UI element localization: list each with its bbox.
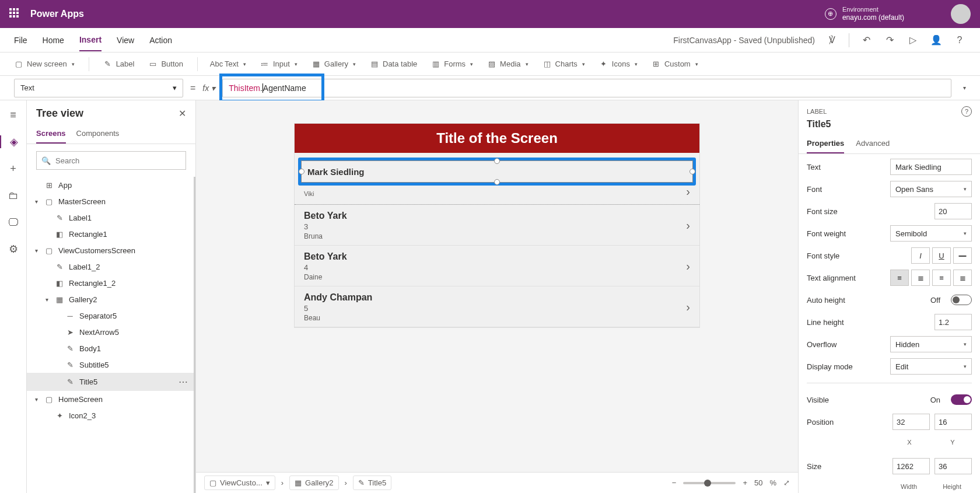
tab-advanced[interactable]: Advanced [856, 134, 890, 153]
italic-button[interactable]: I [911, 247, 930, 264]
ribbon-input[interactable]: ≔Input▾ [260, 60, 298, 68]
rail-menu-icon[interactable]: ≡ [7, 109, 20, 121]
canvas-stage[interactable]: Title of the Screen Mark Siedling [196, 100, 798, 472]
tree-item-rectangle1-2[interactable]: ◧Rectangle1_2 [27, 275, 194, 291]
autoheight-toggle[interactable] [951, 295, 972, 305]
gallery-row[interactable]: Beto Yark 3 Bruna › [295, 205, 699, 246]
tree-item-masterscreen[interactable]: ▾▢MasterScreen [27, 193, 194, 209]
rail-tools-icon[interactable]: ⚙ [7, 243, 20, 256]
ribbon-charts[interactable]: ◫Charts▾ [542, 60, 585, 68]
tree-item-gallery2[interactable]: ▾▦Gallery2 [27, 291, 194, 307]
chevron-right-icon[interactable]: › [686, 259, 690, 272]
user-avatar[interactable] [951, 4, 971, 24]
chevron-down-icon[interactable]: ▾ [33, 396, 40, 403]
fx-label[interactable]: fx▾ [202, 83, 215, 93]
chevron-right-icon[interactable]: › [686, 300, 690, 313]
zoom-slider[interactable] [683, 482, 736, 484]
rail-insert-icon[interactable]: + [7, 162, 20, 175]
ribbon-gallery[interactable]: ▦Gallery▾ [312, 60, 356, 68]
prop-fontweight-select[interactable]: Semibold▾ [890, 225, 972, 242]
selected-control-title5[interactable]: Mark Siedling [298, 158, 696, 186]
prop-size-width[interactable]: 1262 [892, 458, 930, 474]
ribbon-label[interactable]: ✎Label [103, 60, 135, 68]
environment-picker[interactable]: ⊕ Environment enayu.com (default) [825, 6, 904, 22]
chevron-down-icon[interactable]: ▾ [33, 198, 40, 205]
breadcrumb-screen[interactable]: ▢ViewCusto...▾ [204, 475, 275, 490]
rail-data-icon[interactable]: 🗀 [7, 189, 20, 202]
align-right-button[interactable]: ≡ [932, 270, 951, 286]
tree-item-nextarrow5[interactable]: ➤NextArrow5 [27, 324, 194, 340]
prop-position-x[interactable]: 32 [892, 414, 930, 430]
prop-text-input[interactable]: Mark Siedling [890, 159, 972, 175]
prop-font-select[interactable]: Open Sans▾ [890, 181, 972, 197]
tree-item-subtitle5[interactable]: ✎Subtitle5 [27, 356, 194, 373]
rail-tree-icon[interactable]: ◈ [0, 135, 26, 148]
menu-home[interactable]: Home [43, 30, 64, 51]
prop-fontsize-input[interactable]: 20 [935, 203, 972, 219]
ribbon-text[interactable]: AbcText▾ [212, 60, 246, 68]
menu-insert[interactable]: Insert [79, 29, 102, 51]
strikethrough-button[interactable]: — [953, 247, 972, 264]
formula-expand-icon[interactable]: ▾ [963, 85, 966, 91]
prop-position-y[interactable]: 16 [935, 414, 972, 430]
chevron-down-icon[interactable]: ▾ [33, 247, 40, 254]
chevron-right-icon[interactable]: › [686, 218, 690, 232]
resize-handle-left[interactable] [299, 169, 304, 174]
more-icon[interactable]: ⋯ [178, 376, 188, 387]
ribbon-icons[interactable]: ✦Icons▾ [599, 60, 638, 68]
ribbon-datatable[interactable]: ▤Data table [370, 60, 417, 68]
rail-media-icon[interactable]: 🖵 [7, 216, 20, 229]
play-icon[interactable]: ▷ [907, 34, 919, 47]
resize-handle-top[interactable] [494, 158, 500, 164]
align-left-button[interactable]: ≡ [890, 270, 909, 286]
prop-lineheight-input[interactable]: 1.2 [935, 314, 972, 330]
breadcrumb-control[interactable]: ✎Title5 [353, 475, 391, 490]
tree-item-body1[interactable]: ✎Body1 [27, 340, 194, 356]
tree-item-separator5[interactable]: ─Separator5 [27, 307, 194, 324]
visible-toggle[interactable] [951, 394, 972, 405]
tab-components[interactable]: Components [76, 124, 120, 144]
resize-handle-bottom[interactable] [494, 179, 500, 185]
prop-displaymode-select[interactable]: Edit▾ [890, 358, 972, 375]
zoom-out-icon[interactable]: − [672, 478, 677, 487]
prop-size-height[interactable]: 36 [935, 458, 972, 474]
prop-overflow-select[interactable]: Hidden▾ [890, 336, 972, 352]
tree-item-icon2-3[interactable]: ✦Icon2_3 [27, 407, 194, 424]
chevron-down-icon[interactable]: ▾ [43, 296, 50, 303]
tree-item-viewcustomersscreen[interactable]: ▾▢ViewCustomersScreen [27, 242, 194, 258]
ribbon-media[interactable]: ▨Media▾ [487, 60, 528, 68]
ribbon-button[interactable]: ▭Button [148, 60, 183, 68]
gallery-row[interactable]: Beto Yark 4 Daine › [295, 246, 699, 286]
close-icon[interactable]: ✕ [178, 108, 186, 119]
zoom-in-icon[interactable]: + [743, 478, 747, 487]
tree-item-rectangle1[interactable]: ◧Rectangle1 [27, 226, 194, 242]
undo-icon[interactable]: ↶ [860, 34, 873, 47]
ribbon-forms[interactable]: ▥Forms▾ [431, 60, 473, 68]
tree-search[interactable]: 🔍 [36, 151, 186, 170]
fit-screen-icon[interactable]: ⤢ [783, 478, 790, 487]
resize-handle-right[interactable] [690, 169, 695, 174]
ribbon-custom[interactable]: ⊞Custom▾ [652, 60, 698, 68]
gallery-template-row[interactable]: Mark Siedling Viki › [295, 158, 699, 205]
help-icon[interactable]: ? [961, 106, 972, 117]
tree-item-title5[interactable]: ✎Title5⋯ [27, 373, 194, 391]
tree-item-homescreen[interactable]: ▾▢HomeScreen [27, 391, 194, 407]
breadcrumb-gallery[interactable]: ▦Gallery2 [289, 475, 338, 490]
tab-properties[interactable]: Properties [807, 134, 844, 153]
align-center-button[interactable]: ≣ [911, 270, 930, 286]
tab-screens[interactable]: Screens [36, 124, 66, 144]
tree-item-label1[interactable]: ✎Label1 [27, 209, 194, 226]
chevron-right-icon[interactable]: › [686, 185, 690, 198]
menu-action[interactable]: Action [149, 30, 172, 51]
ribbon-new-screen[interactable]: ▢New screen▾ [14, 60, 75, 68]
menu-file[interactable]: File [14, 30, 27, 51]
menu-view[interactable]: View [117, 30, 134, 51]
formula-input[interactable]: ThisItem.AgentName [222, 79, 951, 97]
share-icon[interactable]: 👤 [930, 34, 943, 47]
app-checker-icon[interactable]: ℣ [825, 34, 838, 47]
gallery-row[interactable]: Andy Champan 5 Beau › [295, 286, 699, 327]
tree-item-label1-2[interactable]: ✎Label1_2 [27, 258, 194, 275]
redo-icon[interactable]: ↷ [883, 34, 896, 47]
zoom-slider-thumb[interactable] [704, 480, 711, 487]
waffle-icon[interactable] [9, 8, 21, 20]
